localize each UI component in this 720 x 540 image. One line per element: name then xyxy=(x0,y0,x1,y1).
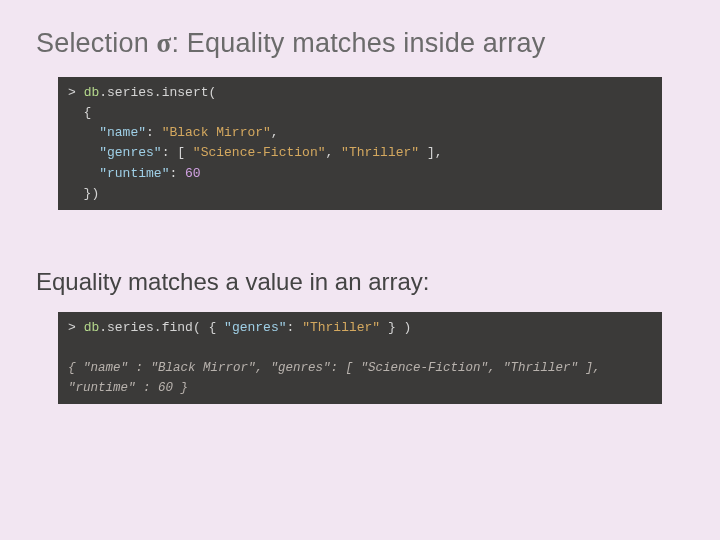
prompt: > xyxy=(68,320,76,335)
prompt: > xyxy=(68,85,76,100)
key-genres: "genres" xyxy=(99,145,161,160)
val-genre: "Thriller" xyxy=(302,320,380,335)
val-genre1: "Science-Fiction" xyxy=(193,145,326,160)
key-runtime: "runtime" xyxy=(99,166,169,181)
sigma-symbol: σ xyxy=(157,28,172,58)
collection-token: series xyxy=(107,85,154,100)
collection-token: series xyxy=(107,320,154,335)
key-name: "name" xyxy=(99,125,146,140)
slide-title: Selection σ: Equality matches inside arr… xyxy=(36,28,684,59)
val-name: "Black Mirror" xyxy=(162,125,271,140)
code-block-insert: > db.series.insert( { "name": "Black Mir… xyxy=(58,77,662,210)
code-block-find: > db.series.find( { "genres": "Thriller"… xyxy=(58,312,662,405)
method-token: insert( xyxy=(162,85,217,100)
db-token: db xyxy=(84,85,100,100)
subtitle: Equality matches a value in an array: xyxy=(36,268,684,296)
method-token: find( xyxy=(162,320,209,335)
val-genre2: "Thriller" xyxy=(341,145,419,160)
title-prefix: Selection xyxy=(36,28,157,58)
query-result: { "name" : "Black Mirror", "genres": [ "… xyxy=(68,357,601,395)
val-runtime: 60 xyxy=(185,166,201,181)
db-token: db xyxy=(84,320,100,335)
key-genres: "genres" xyxy=(224,320,286,335)
title-suffix: : Equality matches inside array xyxy=(171,28,545,58)
